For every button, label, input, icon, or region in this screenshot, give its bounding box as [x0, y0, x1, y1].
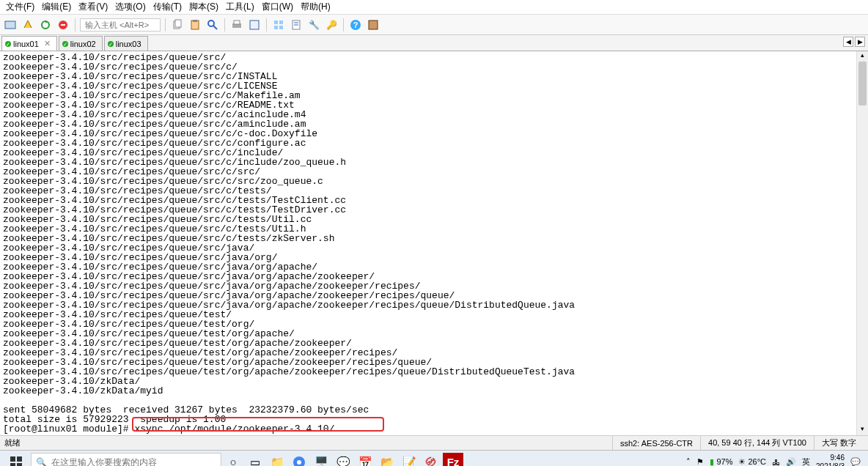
tab-linux02[interactable]: linux02 — [59, 36, 103, 51]
svg-rect-0 — [5, 21, 15, 29]
search-input[interactable] — [51, 457, 216, 467]
clock[interactable]: 9:46 2021/8/3 — [816, 454, 845, 467]
terminal-output[interactable]: zookeeper-3.4.10/src/recipes/queue/src/ … — [0, 51, 868, 435]
folder-icon[interactable]: 📂 — [377, 453, 397, 467]
terminal-area: zookeeper-3.4.10/src/recipes/queue/src/ … — [0, 51, 868, 435]
svg-rect-7 — [193, 20, 197, 22]
menu-window[interactable]: 窗口(W) — [259, 0, 296, 15]
svg-rect-5 — [175, 20, 181, 27]
search-icon: 🔍 — [36, 457, 47, 467]
status-connection: ssh2: AES-256-CTR — [612, 436, 700, 450]
taskbar: 🔍 ○ ▭ 📁 🖥️ 💬 📅 📂 📝 〄 Fz ˄ ⚑ ▮ 97% ☀ 26°C… — [0, 450, 868, 466]
scroll-down-icon[interactable]: ▾ — [857, 425, 868, 435]
securecrt-icon[interactable]: 🖥️ — [311, 453, 331, 467]
tab-label: linux03 — [116, 40, 141, 48]
svg-rect-16 — [279, 26, 283, 29]
tabbar: linux01 ✕ linux02 linux03 ◀ ▶ — [0, 35, 868, 51]
menu-transfer[interactable]: 传输(T) — [150, 0, 185, 15]
calendar-icon[interactable]: 📅 — [355, 453, 375, 467]
notification-center-icon[interactable]: 💬 — [850, 457, 861, 466]
toolbar: 🔧 🔑 ? — [0, 15, 868, 35]
session-icon[interactable] — [271, 18, 286, 32]
tab-next-icon[interactable]: ▶ — [855, 37, 865, 47]
weather-temp[interactable]: ☀ 26°C — [738, 457, 766, 466]
properties-icon[interactable] — [247, 18, 262, 32]
svg-rect-15 — [274, 26, 278, 29]
svg-rect-22 — [369, 21, 378, 29]
print-icon[interactable] — [229, 18, 244, 32]
tray-notify-icon[interactable]: ⚑ — [696, 457, 704, 466]
svg-rect-12 — [250, 21, 259, 29]
scrollbar[interactable]: ▴ ▾ — [856, 51, 868, 435]
ime-indicator[interactable]: 英 — [802, 456, 810, 466]
tab-linux03[interactable]: linux03 — [104, 36, 148, 51]
svg-rect-13 — [274, 21, 278, 24]
quick-connect-icon[interactable] — [21, 18, 35, 32]
connect-icon[interactable] — [3, 18, 18, 32]
status-position: 40, 59 40 行, 144 列 VT100 — [700, 436, 814, 450]
svg-rect-3 — [61, 24, 65, 26]
taskview-icon[interactable]: ▭ — [245, 453, 265, 467]
scroll-thumb[interactable] — [858, 62, 867, 106]
tab-prev-icon[interactable]: ◀ — [843, 37, 853, 47]
network-icon[interactable]: 🖧 — [772, 458, 780, 467]
script-icon[interactable] — [289, 18, 304, 32]
svg-rect-25 — [10, 463, 15, 467]
svg-line-9 — [213, 26, 217, 29]
taskbar-search[interactable]: 🔍 — [31, 453, 221, 467]
copy-icon[interactable] — [170, 18, 185, 32]
menu-options[interactable]: 选项(O) — [112, 0, 148, 15]
menu-file[interactable]: 文件(F) — [3, 0, 37, 15]
battery-level[interactable]: ▮ 97% — [710, 457, 732, 466]
disconnect-icon[interactable] — [56, 18, 70, 32]
menubar: 文件(F) 编辑(E) 查看(V) 选项(O) 传输(T) 脚本(S) 工具(L… — [0, 0, 868, 15]
tools-icon[interactable]: 🔧 — [306, 18, 321, 32]
tab-linux01[interactable]: linux01 ✕ — [1, 36, 57, 51]
find-icon[interactable] — [205, 18, 220, 32]
help-icon[interactable]: ? — [348, 18, 363, 32]
paste-icon[interactable] — [188, 18, 202, 32]
host-input[interactable] — [80, 18, 161, 32]
reconnect-icon[interactable] — [38, 18, 53, 32]
status-ready: 就绪 — [4, 437, 21, 448]
wechat-icon[interactable]: 💬 — [333, 453, 353, 467]
tray-chevron-icon[interactable]: ˄ — [686, 457, 691, 466]
menu-tools[interactable]: 工具(L) — [223, 0, 257, 15]
volume-icon[interactable]: 🔊 — [786, 457, 796, 466]
tab-label: linux01 — [13, 40, 39, 48]
svg-rect-23 — [10, 456, 15, 462]
svg-text:?: ? — [353, 21, 358, 29]
cortana-icon[interactable]: ○ — [223, 453, 243, 467]
svg-point-28 — [297, 460, 301, 465]
menu-script[interactable]: 脚本(S) — [186, 0, 221, 15]
svg-rect-24 — [17, 456, 22, 462]
filezilla-icon[interactable]: Fz — [443, 453, 463, 467]
close-icon[interactable]: ✕ — [44, 39, 51, 48]
statusbar: 就绪 ssh2: AES-256-CTR 40, 59 40 行, 144 列 … — [0, 435, 868, 450]
connected-icon — [108, 41, 114, 47]
svg-rect-26 — [17, 463, 22, 467]
scroll-up-icon[interactable]: ▴ — [857, 51, 868, 62]
svg-rect-11 — [234, 21, 240, 24]
connected-icon — [62, 41, 68, 47]
system-tray: ˄ ⚑ ▮ 97% ☀ 26°C 🖧 🔊 英 9:46 2021/8/3 💬 — [686, 454, 865, 467]
menu-edit[interactable]: 编辑(E) — [39, 0, 74, 15]
svg-rect-14 — [279, 21, 283, 24]
notes-icon[interactable]: 📝 — [399, 453, 419, 467]
key-icon[interactable]: 🔑 — [324, 18, 339, 32]
status-caps: 大写 数字 — [814, 436, 864, 450]
chrome-icon[interactable] — [289, 453, 309, 467]
tab-label: linux02 — [70, 40, 96, 48]
about-icon[interactable] — [366, 18, 380, 32]
connected-icon — [5, 41, 11, 47]
start-button[interactable] — [3, 451, 29, 466]
menu-help[interactable]: 帮助(H) — [298, 0, 334, 15]
terminal-icon[interactable]: 〄 — [421, 453, 441, 467]
svg-point-8 — [208, 21, 214, 26]
menu-view[interactable]: 查看(V) — [76, 0, 111, 15]
explorer-icon[interactable]: 📁 — [267, 453, 287, 467]
